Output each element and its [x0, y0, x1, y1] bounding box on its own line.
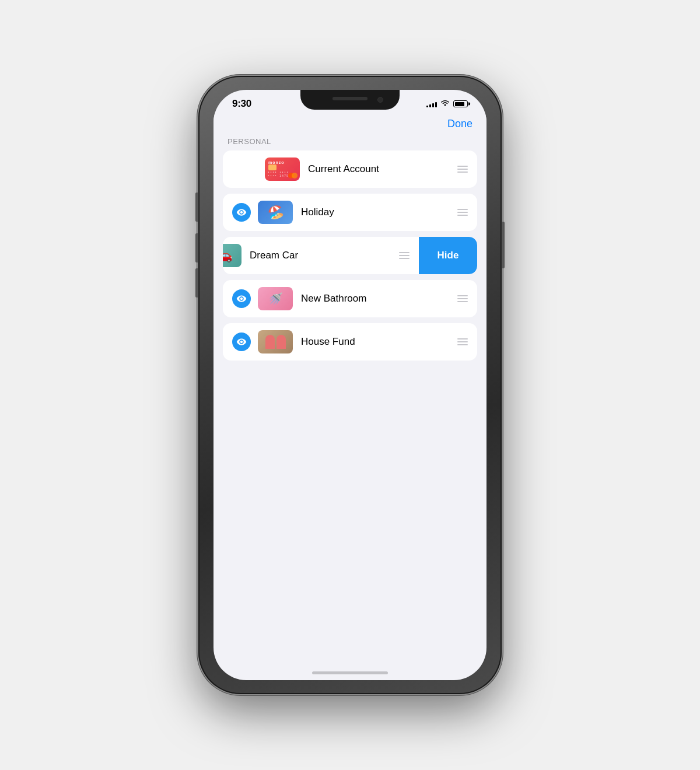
account-thumb-holiday: 🏖️ — [258, 201, 293, 224]
home-indicator — [312, 671, 388, 674]
camera — [377, 97, 383, 103]
account-row-holiday[interactable]: 🏖️ Holiday — [223, 194, 477, 231]
account-row-house[interactable]: House Fund — [223, 323, 477, 360]
account-thumb-current: monzo •••• •••• •••• 1475 — [265, 158, 300, 181]
hide-action-label: Hide — [438, 250, 459, 261]
list-item: monzo •••• •••• •••• 1475 Current Accoun… — [223, 150, 477, 188]
header: Done — [214, 113, 487, 137]
list-item: 🚗 Dream Car Hide — [223, 237, 477, 274]
account-name-bathroom: New Bathroom — [301, 293, 453, 304]
visibility-icon-holiday[interactable] — [232, 203, 251, 222]
visibility-icon-bathroom[interactable] — [232, 289, 251, 308]
drag-handle[interactable] — [399, 252, 410, 259]
done-button[interactable]: Done — [447, 118, 473, 130]
account-name-holiday: Holiday — [301, 206, 453, 218]
account-row-current-account[interactable]: monzo •••• •••• •••• 1475 Current Accoun… — [223, 150, 477, 188]
battery-icon — [453, 100, 468, 107]
drag-handle[interactable] — [457, 338, 468, 345]
speaker — [332, 97, 368, 100]
account-thumb-house — [258, 330, 293, 354]
account-name-current: Current Account — [308, 163, 453, 175]
account-thumb-car: 🚗 — [223, 244, 242, 267]
drag-handle[interactable] — [457, 295, 468, 302]
drag-handle[interactable] — [457, 209, 468, 216]
drag-handle[interactable] — [457, 166, 468, 173]
section-label: PERSONAL — [214, 137, 487, 150]
phone-screen: 9:30 — [214, 90, 487, 680]
account-name-car: Dream Car — [250, 250, 394, 261]
hide-action-button[interactable]: Hide — [419, 237, 477, 274]
main-content: Done PERSONAL monzo •••• •••• •••• 1475 — [214, 113, 487, 362]
account-row-bathroom[interactable]: 🚿 New Bathroom — [223, 280, 477, 317]
list-item: 🚿 New Bathroom — [223, 280, 477, 317]
status-time: 9:30 — [232, 98, 251, 110]
account-thumb-bathroom: 🚿 — [258, 287, 293, 310]
wifi-icon — [440, 99, 450, 108]
status-icons — [426, 99, 468, 108]
accounts-list: monzo •••• •••• •••• 1475 Current Accoun… — [214, 150, 487, 362]
notch — [300, 90, 400, 110]
account-name-house: House Fund — [301, 336, 453, 348]
list-item: House Fund — [223, 323, 477, 360]
account-row-dream-car[interactable]: 🚗 Dream Car — [223, 237, 419, 274]
list-item: 🏖️ Holiday — [223, 194, 477, 231]
signal-icon — [426, 100, 437, 107]
visibility-icon-house[interactable] — [232, 332, 251, 351]
phone-frame: 9:30 — [198, 76, 502, 694]
